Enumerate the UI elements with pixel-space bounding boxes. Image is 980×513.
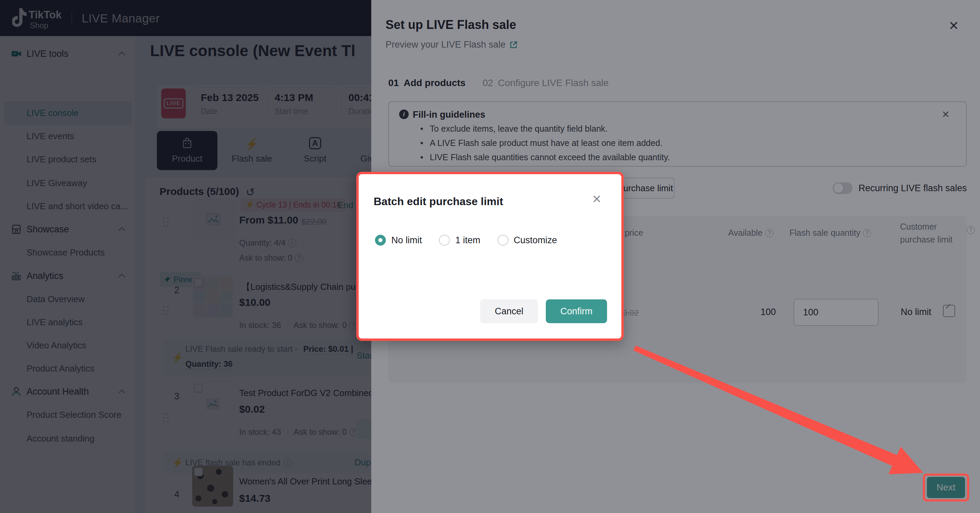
radio-label-no-limit[interactable]: No limit [391, 235, 422, 246]
radio-one-item[interactable] [439, 235, 450, 246]
cancel-button[interactable]: Cancel [480, 299, 538, 323]
app-root: TikTok Shop LIVE Manager LIVE tools LIVE… [0, 0, 980, 513]
radio-label-one-item[interactable]: 1 item [455, 235, 480, 246]
purchase-limit-options: No limit 1 item Customize [375, 235, 557, 246]
close-icon[interactable]: ✕ [592, 193, 602, 205]
radio-no-limit[interactable] [375, 235, 386, 246]
radio-customize[interactable] [498, 235, 508, 246]
radio-label-customize[interactable]: Customize [514, 235, 557, 246]
batch-edit-modal: Batch edit purchase limit ✕ No limit 1 i… [356, 172, 624, 341]
annotation-highlight-next [923, 473, 969, 502]
modal-title: Batch edit purchase limit [374, 195, 503, 208]
confirm-button[interactable]: Confirm [546, 299, 607, 323]
